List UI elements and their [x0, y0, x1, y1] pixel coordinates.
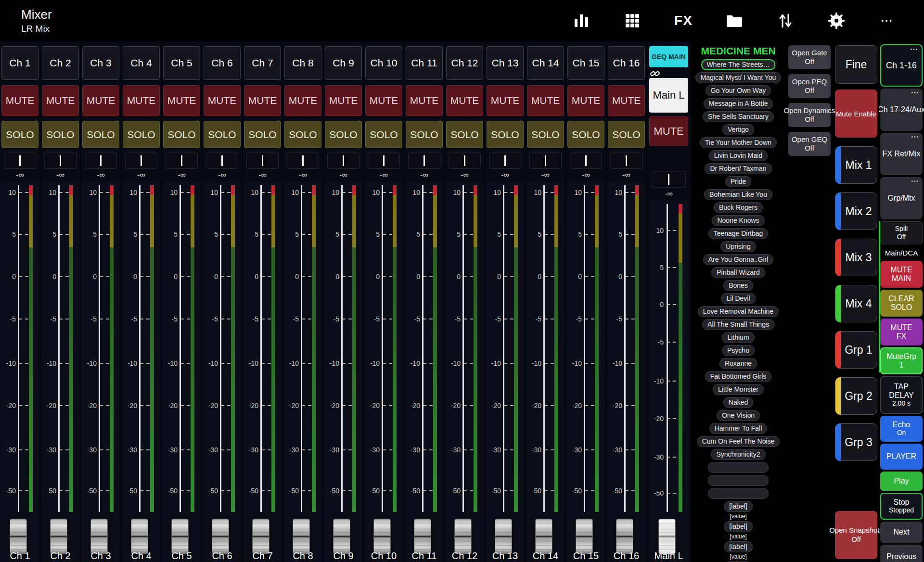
fader[interactable]: 1050-5-10-20-30-50 Ch 5 — [163, 182, 200, 562]
pan-slider[interactable] — [85, 153, 117, 169]
fader[interactable]: 1050-5-10-20-30-50 Ch 16 — [608, 182, 645, 562]
channel-solo-button[interactable]: SOLO — [82, 121, 119, 148]
open-snapshots-button[interactable]: Open Snapshots Off — [835, 511, 877, 559]
mute-fx-button[interactable]: MUTE FX — [880, 319, 923, 345]
channel-solo-button[interactable]: SOLO — [244, 121, 281, 148]
bus-grp-2-button[interactable]: Grp 2 — [835, 377, 877, 415]
pan-slider[interactable] — [166, 153, 198, 169]
mute-grp1-button[interactable]: MuteGrp 1 — [880, 347, 923, 374]
setlist-item[interactable]: Bones — [723, 280, 753, 291]
channel-solo-button[interactable]: SOLO — [163, 121, 200, 148]
channel-select-button[interactable]: Ch 16 — [608, 46, 645, 80]
geq-main-button[interactable]: GEQ MAIN — [649, 46, 688, 67]
main-fader-cap[interactable] — [658, 519, 676, 554]
channel-select-button[interactable]: Ch 12 — [446, 46, 483, 80]
fader-cap[interactable] — [212, 519, 229, 554]
fader-cap[interactable] — [576, 519, 593, 554]
setlist-item[interactable]: Vertigo — [722, 124, 754, 135]
fader[interactable]: 1050-5-10-20-30-50 Ch 11 — [406, 182, 443, 562]
channel-select-button[interactable]: Ch 3 — [82, 46, 119, 80]
stop-button[interactable]: StopStopped — [880, 493, 923, 520]
setlist-item-empty[interactable] — [708, 475, 769, 486]
channel-mute-button[interactable]: MUTE — [204, 85, 241, 116]
channel-solo-button[interactable]: SOLO — [446, 121, 483, 148]
layer-grp-mtx-button[interactable]: •••Grp/Mtx — [880, 177, 923, 219]
previous-button[interactable]: Previous — [880, 545, 923, 562]
apps-grid-icon[interactable] — [622, 10, 643, 31]
channel-mute-button[interactable]: MUTE — [487, 85, 524, 116]
channel-solo-button[interactable]: SOLO — [487, 121, 524, 148]
channel-mute-button[interactable]: MUTE — [123, 85, 160, 116]
main-fader[interactable]: 1050-5-10-20-30-50 Main L — [649, 201, 688, 562]
setlist-item[interactable]: She Sells Sanctuary — [703, 111, 774, 122]
channel-mute-button[interactable]: MUTE — [567, 85, 604, 116]
setlist-item[interactable]: [label] — [724, 541, 752, 552]
setlist-item[interactable]: Lithium — [722, 332, 754, 343]
channel-solo-button[interactable]: SOLO — [608, 121, 645, 148]
fader[interactable]: 1050-5-10-20-30-50 Ch 6 — [204, 182, 241, 562]
fx-icon[interactable]: FX — [673, 10, 694, 31]
channel-select-button[interactable]: Ch 13 — [487, 46, 524, 80]
channel-select-button[interactable]: Ch 11 — [406, 46, 443, 80]
layer-ch-17-24-aux-button[interactable]: •••Ch 17-24/Aux — [880, 89, 923, 131]
fader[interactable]: 1050-5-10-20-30-50 Ch 12 — [446, 182, 483, 562]
setlist-item[interactable]: Livin Lovin Maid — [709, 150, 768, 161]
channel-mute-button[interactable]: MUTE — [365, 85, 402, 116]
bus-grp-3-button[interactable]: Grp 3 — [835, 423, 877, 461]
channel-mute-button[interactable]: MUTE — [82, 85, 119, 116]
tap-delay-button[interactable]: TAP DELAY2.00 s — [880, 376, 923, 414]
pan-slider[interactable] — [327, 153, 359, 169]
open-geq-button[interactable]: Open GEQOff — [788, 132, 831, 156]
more-icon[interactable]: ••• — [877, 10, 898, 31]
fader[interactable]: 1050-5-10-20-30-50 Ch 1 — [1, 182, 38, 562]
setlist-item[interactable]: Tie Your Mother Down — [700, 137, 777, 148]
channel-select-button[interactable]: Ch 8 — [284, 46, 321, 80]
setlist-item[interactable]: Synchronicity2 — [711, 449, 765, 460]
channel-mute-button[interactable]: MUTE — [1, 85, 38, 116]
channel-solo-button[interactable]: SOLO — [284, 121, 321, 148]
fader-cap[interactable] — [616, 519, 633, 554]
channel-mute-button[interactable]: MUTE — [42, 85, 79, 116]
next-button[interactable]: Next — [880, 522, 923, 543]
fader-cap[interactable] — [10, 519, 27, 554]
fader[interactable]: 1050-5-10-20-30-50 Ch 10 — [365, 182, 402, 562]
channel-select-button[interactable]: Ch 15 — [567, 46, 604, 80]
spill-button[interactable]: Spill Off — [880, 221, 923, 244]
meters-icon[interactable] — [571, 10, 592, 31]
channel-select-button[interactable]: Ch 2 — [42, 46, 79, 80]
folder-icon[interactable] — [724, 10, 745, 31]
pan-slider[interactable] — [368, 153, 400, 169]
setlist-item[interactable]: Bohemian Like You — [704, 189, 772, 200]
setlist-item[interactable]: Lil Devil — [721, 293, 755, 304]
fader-cap[interactable] — [293, 519, 310, 554]
fader-cap[interactable] — [171, 519, 189, 554]
pan-slider[interactable] — [610, 153, 642, 169]
channel-solo-button[interactable]: SOLO — [123, 121, 160, 148]
setlist-item[interactable]: Pride — [725, 176, 752, 187]
setlist-item[interactable]: Roxanne — [719, 358, 757, 369]
channel-select-button[interactable]: Ch 6 — [204, 46, 241, 80]
fine-button[interactable]: Fine — [835, 45, 877, 84]
setlist-item[interactable]: Are You Gonna..Girl — [703, 254, 774, 265]
clear-solo-button[interactable]: CLEAR SOLO — [880, 290, 923, 317]
setlist-item[interactable]: Where The Streets… — [701, 59, 775, 70]
layer-ch-1-16-button[interactable]: •••Ch 1-16 — [880, 44, 923, 87]
channel-solo-button[interactable]: SOLO — [567, 121, 604, 148]
pan-slider[interactable] — [489, 153, 521, 169]
setlist-item-empty[interactable] — [708, 462, 769, 473]
bus-grp-1-button[interactable]: Grp 1 — [835, 331, 877, 369]
fader[interactable]: 1050-5-10-20-30-50 Ch 15 — [567, 182, 604, 562]
channel-solo-button[interactable]: SOLO — [42, 121, 79, 148]
setlist-item-empty[interactable] — [708, 488, 769, 499]
setlist-item[interactable]: Uprising — [720, 241, 756, 252]
pan-slider[interactable] — [44, 153, 77, 169]
fader-cap[interactable] — [414, 519, 431, 554]
transfer-icon[interactable] — [775, 10, 796, 31]
fader-cap[interactable] — [454, 519, 472, 554]
setlist-item[interactable]: Go Your Own Way — [706, 85, 771, 96]
setlist-item[interactable]: Magical Myst/ I Want You — [695, 72, 782, 83]
mute-main-button[interactable]: MUTE MAIN — [880, 261, 923, 288]
fader-cap[interactable] — [50, 519, 67, 554]
fader[interactable]: 1050-5-10-20-30-50 Ch 4 — [123, 182, 160, 562]
fader-cap[interactable] — [495, 519, 512, 554]
